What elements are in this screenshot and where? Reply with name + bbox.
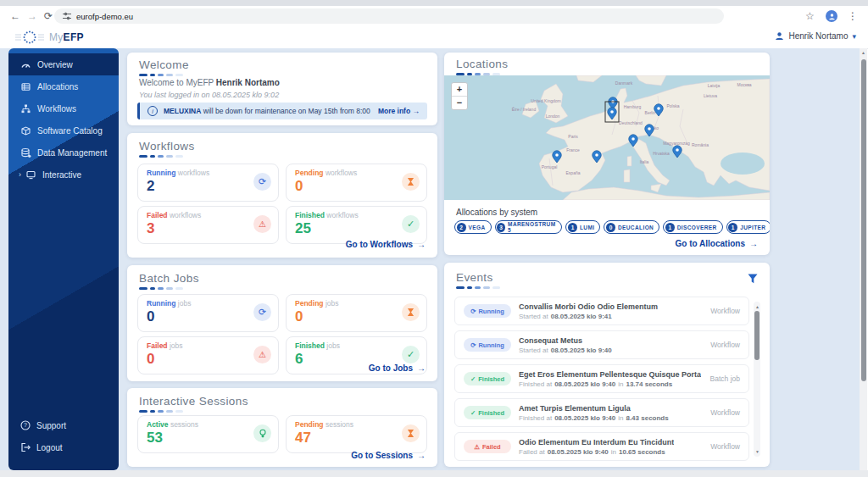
- warning-icon: ⚠: [253, 346, 271, 363]
- svg-text:?: ?: [24, 422, 27, 428]
- database-gear-icon: [20, 147, 31, 158]
- sidebar-item-label: Overview: [37, 60, 73, 69]
- map-label: Portugal: [542, 164, 558, 169]
- stat-active-sessions: Active sessions 53: [137, 415, 279, 453]
- map-label: Paris: [568, 134, 578, 139]
- map-label: Hrvatska: [653, 151, 670, 156]
- brand-name: MyEFP: [49, 31, 84, 43]
- sidebar-item-interactive[interactable]: › Interactive: [8, 164, 119, 186]
- sidebar-item-data-management[interactable]: Data Management: [8, 141, 119, 164]
- go-to-jobs-link[interactable]: Go to Jobs→: [369, 363, 426, 373]
- event-type: Batch job: [710, 374, 740, 383]
- map-label: London: [546, 114, 560, 119]
- sidebar-item-label: Software Catalog: [37, 126, 103, 136]
- system-chips: 2VEGA 3MARENOSTRUM 5 1LUMI 0DEUCALION 1D…: [454, 220, 770, 234]
- arrow-right-icon: →: [413, 107, 420, 115]
- sidebar-item-software-catalog[interactable]: Software Catalog: [8, 119, 119, 141]
- sidebar-item-allocations[interactable]: Allocations: [8, 75, 119, 97]
- go-to-sessions-link[interactable]: Go to Sessions→: [351, 451, 426, 460]
- map-label: Hamburg: [624, 104, 642, 109]
- sidebar-item-logout[interactable]: Logout: [8, 436, 119, 458]
- scroll-up-icon[interactable]: ▲: [860, 48, 867, 57]
- browser-back-icon[interactable]: ←: [10, 6, 20, 27]
- europe-map[interactable]: United Kingdom Éire / Ireland London Par…: [444, 75, 770, 200]
- zoom-in-button[interactable]: +: [452, 83, 467, 97]
- chip-vega[interactable]: 2VEGA: [454, 220, 492, 234]
- bookmark-star-icon[interactable]: ☆: [805, 6, 815, 27]
- more-info-link[interactable]: More info →: [378, 107, 420, 115]
- monitor-icon: [25, 169, 36, 180]
- arrow-right-icon: →: [417, 363, 426, 373]
- hourglass-icon: [402, 303, 420, 321]
- title-underline-decoration: [139, 287, 199, 290]
- event-type: Workflow: [710, 341, 740, 349]
- event-title: Odio Elementum Eu Interdum Eu Tincidunt: [519, 438, 674, 446]
- events-scrollbar-thumb[interactable]: [754, 311, 760, 360]
- chip-lumi[interactable]: 1LUMI: [565, 220, 600, 234]
- stat-value: 25: [295, 220, 418, 237]
- go-to-allocations-link[interactable]: Go to Allocations→: [676, 239, 758, 248]
- chip-marenostrum-5[interactable]: 3MARENOSTRUM 5: [495, 220, 563, 234]
- app-header: MyEFP Henrik Nortamo ▾: [0, 27, 868, 49]
- sidebar-item-label: Allocations: [37, 82, 78, 92]
- last-login-text: You last logged in on 08.05.2025 klo 9:0…: [139, 91, 279, 99]
- event-title: Convallis Morbi Odio Odio Elementum: [519, 302, 658, 311]
- event-row[interactable]: ✓Finished Eget Eros Elementum Pellentesq…: [454, 364, 749, 393]
- lightbulb-icon: [253, 424, 271, 442]
- go-to-workflows-link[interactable]: Go to Workflows→: [346, 240, 426, 249]
- stat-value: 0: [147, 308, 270, 325]
- logout-icon: [20, 442, 31, 452]
- event-row[interactable]: ✓Finished Amet Turpis Elementum Ligula F…: [454, 398, 749, 427]
- sidebar-item-overview[interactable]: Overview: [8, 53, 119, 75]
- browser-menu-icon[interactable]: ⋮: [848, 6, 858, 27]
- map-label: Polska: [666, 103, 679, 108]
- stat-value: 0: [147, 351, 270, 368]
- event-row[interactable]: ⚠Failed Odio Elementum Eu Interdum Eu Ti…: [454, 432, 749, 461]
- welcome-card: Welcome Welcome to MyEFP Henrik Nortamo …: [127, 53, 437, 125]
- warning-icon: ⚠: [253, 215, 271, 233]
- gauge-icon: [20, 59, 31, 70]
- sync-icon: ⟳: [253, 303, 271, 321]
- arrow-right-icon: →: [417, 451, 426, 460]
- stat-value: 3: [147, 220, 270, 237]
- stat-pending-sessions: Pending sessions 47: [286, 415, 427, 453]
- card-title: Batch Jobs: [139, 272, 199, 285]
- browser-forward-icon[interactable]: →: [27, 6, 37, 27]
- title-underline-decoration: [139, 410, 248, 413]
- check-icon: ✓: [402, 215, 420, 233]
- question-circle-icon: ?: [20, 420, 31, 430]
- scroll-down-icon[interactable]: ▼: [754, 447, 761, 456]
- allocations-by-system-label: Allocations by system: [456, 208, 537, 217]
- event-row[interactable]: ⟳Running Consequat Metus Started at08.05…: [454, 330, 749, 359]
- event-row[interactable]: ⟳Running Convallis Morbi Odio Odio Eleme…: [454, 297, 749, 325]
- event-title: Eget Eros Elementum Pellentesque Quisque…: [519, 370, 701, 379]
- site-settings-icon[interactable]: [63, 12, 71, 20]
- horizontal-scrollbar[interactable]: [0, 470, 868, 477]
- events-scrollbar[interactable]: ▲ ▼: [754, 302, 760, 457]
- map-label: România: [692, 142, 709, 147]
- browser-refresh-icon[interactable]: ⟳: [44, 6, 53, 27]
- filter-funnel-icon[interactable]: [748, 274, 758, 284]
- zoom-out-button[interactable]: −: [452, 97, 467, 109]
- title-underline-decoration: [139, 74, 189, 76]
- sidebar-item-workflows[interactable]: Workflows: [8, 97, 119, 119]
- user-name: Henrik Nortamo: [216, 78, 280, 87]
- map-label: Lietuva: [704, 93, 717, 98]
- address-bar[interactable]: eurofp-demo.eu: [54, 8, 724, 24]
- chip-deucalion[interactable]: 0DEUCALION: [604, 220, 659, 234]
- chip-discoverer[interactable]: 1DISCOVERER: [663, 220, 722, 234]
- event-detail: Failed at08.05.2025 klo 9:40in10.65 seco…: [519, 448, 674, 456]
- welcome-greeting: Welcome to MyEFP Henrik Nortamo: [139, 78, 280, 87]
- map-label: Danmark: [615, 80, 633, 86]
- status-badge: ⟳Running: [464, 338, 511, 352]
- sidebar-item-support[interactable]: ? Support: [8, 414, 119, 436]
- chip-jupiter[interactable]: 1JUPITER: [726, 220, 770, 234]
- sidebar-item-label: Workflows: [37, 104, 76, 114]
- warning-icon: ⚠: [474, 443, 480, 451]
- scroll-up-icon[interactable]: ▲: [754, 302, 761, 311]
- user-menu[interactable]: Henrik Nortamo ▾: [775, 31, 856, 41]
- stat-value: 0: [295, 308, 418, 325]
- stat-failed-jobs: Failed jobs 0 ⚠: [137, 336, 279, 374]
- page-scrollbar-thumb[interactable]: [861, 59, 866, 381]
- browser-profile-avatar[interactable]: [826, 10, 837, 22]
